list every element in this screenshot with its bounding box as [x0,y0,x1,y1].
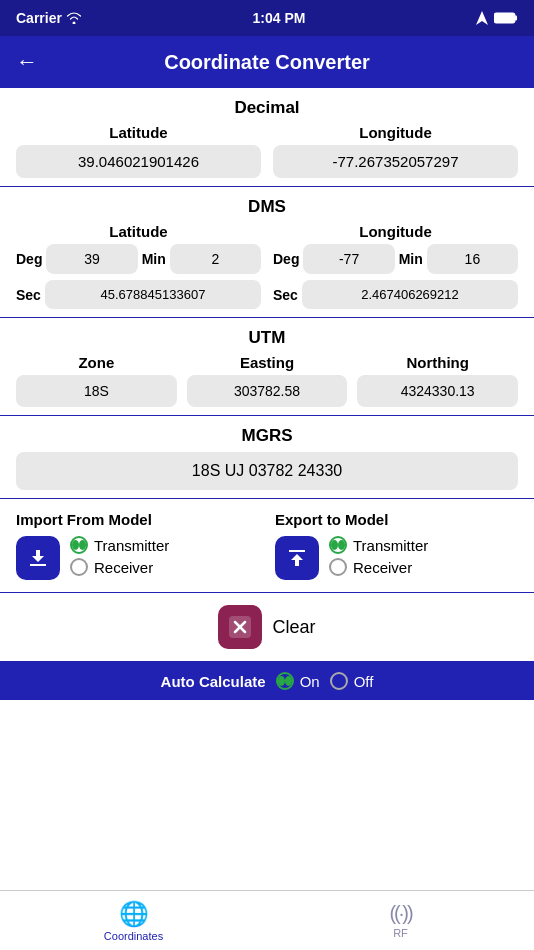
clear-icon [227,614,253,640]
status-icons [476,11,518,25]
decimal-longitude-col: Longitude [273,124,518,178]
dms-lon-deg-input[interactable] [303,244,394,274]
mgrs-input[interactable] [16,452,518,490]
clear-section: Clear [0,593,534,662]
utm-northing-input[interactable] [357,375,518,407]
export-col: Export to Model Transmitter [275,511,518,580]
dms-lat-sec-input[interactable] [45,280,261,309]
utm-zone-label: Zone [78,354,114,371]
dms-title: DMS [16,197,518,217]
export-title: Export to Model [275,511,388,528]
coordinates-tab-icon: 🌐 [119,900,149,928]
battery-icon [494,12,518,24]
import-radio-group: Transmitter Receiver [70,536,169,576]
utm-easting-input[interactable] [187,375,348,407]
dms-lat-min-input[interactable] [170,244,261,274]
dms-lon-sec-input[interactable] [302,280,518,309]
utm-section: UTM Zone Easting Northing [0,318,534,416]
import-transmitter-label: Transmitter [94,537,169,554]
auto-calc-off-option[interactable]: Off [330,672,374,690]
decimal-longitude-input[interactable] [273,145,518,178]
export-button[interactable] [275,536,319,580]
rf-tab-label: RF [393,927,408,939]
carrier-text: Carrier [16,10,62,26]
export-icon [285,546,309,570]
dms-section: DMS Latitude Deg Min Longitude Deg Min [0,187,534,318]
import-receiver-option[interactable]: Receiver [70,558,169,576]
dms-lat-sec-col: Sec [16,280,261,309]
tab-rf[interactable]: ((·)) RF [267,891,534,950]
dms-latitude-label: Latitude [16,223,261,240]
import-export-section: Import From Model Transmitter [0,499,534,593]
export-receiver-radio[interactable] [329,558,347,576]
tab-coordinates[interactable]: 🌐 Coordinates [0,891,267,950]
clear-button[interactable] [218,605,262,649]
dms-lat-min-label: Min [142,251,166,267]
mgrs-section: MGRS [0,416,534,499]
export-transmitter-radio[interactable] [329,536,347,554]
export-radio-group: Transmitter Receiver [329,536,428,576]
dms-lon-min-input[interactable] [427,244,518,274]
export-receiver-option[interactable]: Receiver [329,558,428,576]
dms-main-row: Latitude Deg Min Longitude Deg Min [16,223,518,274]
dms-lat-sec-label: Sec [16,287,41,303]
utm-title: UTM [16,328,518,348]
mgrs-title: MGRS [16,426,518,446]
import-button[interactable] [16,536,60,580]
dms-lat-deg-input[interactable] [46,244,137,274]
import-receiver-label: Receiver [94,559,153,576]
status-time: 1:04 PM [253,10,306,26]
import-icon [26,546,50,570]
svg-rect-1 [515,16,517,21]
coordinates-tab-label: Coordinates [104,930,163,942]
auto-calc-off-label: Off [354,673,374,690]
utm-zone-input[interactable] [16,375,177,407]
import-transmitter-radio[interactable] [70,536,88,554]
utm-row: Zone Easting Northing [16,354,518,407]
import-transmitter-option[interactable]: Transmitter [70,536,169,554]
export-transmitter-label: Transmitter [353,537,428,554]
decimal-longitude-label: Longitude [359,124,431,141]
utm-northing-label: Northing [406,354,468,371]
utm-easting-col: Easting [187,354,348,407]
dms-sec-row: Sec Sec [16,280,518,309]
main-content: Decimal Latitude Longitude DMS Latitude … [0,88,534,890]
import-col: Import From Model Transmitter [16,511,259,580]
decimal-latitude-col: Latitude [16,124,261,178]
auto-calc-on-radio[interactable] [276,672,294,690]
location-icon [476,11,488,25]
clear-label: Clear [272,617,315,638]
export-receiver-label: Receiver [353,559,412,576]
dms-lat-deg-label: Deg [16,251,42,267]
dms-lon-fields: Deg Min [273,244,518,274]
export-inner: Transmitter Receiver [275,536,428,580]
decimal-latitude-label: Latitude [109,124,167,141]
auto-calculate-label: Auto Calculate [161,673,266,690]
dms-lat-fields: Deg Min [16,244,261,274]
import-title: Import From Model [16,511,152,528]
decimal-latitude-input[interactable] [16,145,261,178]
utm-zone-col: Zone [16,354,177,407]
back-button[interactable]: ← [16,49,38,75]
import-receiver-radio[interactable] [70,558,88,576]
carrier-area: Carrier [16,10,82,26]
utm-northing-col: Northing [357,354,518,407]
auto-calc-on-option[interactable]: On [276,672,320,690]
decimal-title: Decimal [16,98,518,118]
status-bar: Carrier 1:04 PM [0,0,534,36]
dms-lon-min-label: Min [399,251,423,267]
rf-tab-icon: ((·)) [389,902,411,925]
dms-longitude-label: Longitude [273,223,518,240]
auto-calc-on-label: On [300,673,320,690]
dms-longitude-col: Longitude Deg Min [273,223,518,274]
app-header: ← Coordinate Converter [0,36,534,88]
auto-calc-off-radio[interactable] [330,672,348,690]
svg-rect-0 [494,13,515,23]
dms-lon-sec-col: Sec [273,280,518,309]
dms-lon-sec-label: Sec [273,287,298,303]
dms-latitude-col: Latitude Deg Min [16,223,261,274]
wifi-icon [66,12,82,24]
export-transmitter-option[interactable]: Transmitter [329,536,428,554]
import-inner: Transmitter Receiver [16,536,169,580]
decimal-section: Decimal Latitude Longitude [0,88,534,187]
